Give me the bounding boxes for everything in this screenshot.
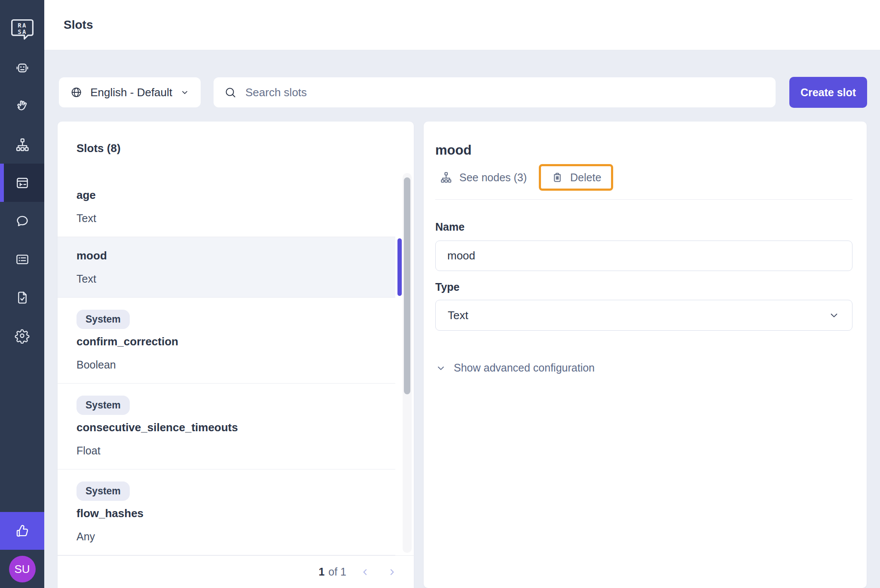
user-avatar[interactable]: SU — [9, 556, 36, 582]
globe-icon — [70, 85, 82, 99]
slot-type: Boolean — [76, 359, 395, 371]
delete-label: Delete — [570, 171, 601, 184]
sidebar-item-slots[interactable] — [0, 164, 44, 202]
gear-icon — [14, 328, 30, 344]
name-input[interactable] — [435, 241, 852, 271]
sidebar-item-settings[interactable] — [0, 317, 44, 355]
search-bar — [214, 77, 776, 107]
chevron-down-icon — [180, 87, 189, 97]
pagination-next-button[interactable] — [384, 564, 400, 580]
slot-name: age — [76, 189, 395, 202]
sidebar-item-review[interactable] — [0, 278, 44, 317]
sidebar-item-content[interactable] — [0, 240, 44, 278]
system-badge: System — [76, 310, 130, 329]
see-nodes-button[interactable]: See nodes (3) — [435, 165, 531, 189]
slot-item-consecutive-silence-timeouts[interactable]: System consecutive_silence_timeouts Floa… — [58, 384, 395, 469]
advanced-configuration-label: Show advanced configuration — [454, 362, 595, 374]
language-selector[interactable]: English - Default — [59, 77, 201, 107]
slot-name: flow_hashes — [76, 507, 395, 520]
system-badge: System — [76, 481, 130, 501]
slots-list-title: Slots (8) — [58, 122, 414, 177]
robot-icon — [15, 61, 30, 76]
create-slot-button[interactable]: Create slot — [789, 77, 867, 108]
pagination-total: of 1 — [328, 566, 346, 578]
slot-name: confirm_correction — [76, 335, 395, 348]
page-title: Slots — [44, 18, 93, 32]
sidebar-item-conversations[interactable] — [0, 202, 44, 240]
pagination-prev-button[interactable] — [358, 564, 373, 580]
trash-icon — [551, 171, 564, 184]
rasa-logo[interactable]: RA SA — [9, 16, 35, 43]
sidebar-nav — [0, 49, 44, 355]
pagination-current: 1 — [318, 566, 324, 578]
slot-item-flow-hashes[interactable]: System flow_hashes Any — [58, 469, 395, 555]
content-list-icon — [15, 252, 30, 267]
search-input[interactable] — [245, 86, 765, 99]
sidebar: RA SA — [0, 0, 44, 588]
pagination: 1 of 1 — [58, 555, 414, 588]
page-header: Slots — [44, 0, 880, 50]
feedback-button[interactable] — [0, 512, 44, 550]
slot-detail-title: mood — [435, 143, 852, 158]
name-label: Name — [435, 221, 852, 233]
divider — [435, 199, 852, 200]
scrollbar-thumb[interactable] — [404, 177, 410, 394]
logo-text-top: RA — [18, 22, 27, 29]
search-icon — [224, 86, 237, 99]
chat-bubble-icon — [15, 213, 30, 229]
sidebar-item-greet[interactable] — [0, 87, 44, 125]
slot-name: consecutive_silence_timeouts — [76, 421, 395, 434]
chevron-down-icon — [435, 363, 446, 374]
slot-name: mood — [76, 249, 395, 262]
rasa-logo-icon: RA SA — [9, 16, 35, 43]
slot-detail-panel: mood See nodes (3) Delete Name Type Text — [424, 122, 867, 588]
slot-item-age[interactable]: age Text — [58, 177, 395, 237]
delete-button[interactable]: Delete — [539, 164, 613, 191]
avatar-initials: SU — [14, 563, 30, 576]
slot-type: Text — [76, 212, 395, 225]
slot-type: Any — [76, 530, 395, 543]
sitemap-icon — [440, 171, 452, 184]
chevron-right-icon — [387, 567, 397, 577]
slot-type: Float — [76, 445, 395, 457]
slot-type: Text — [76, 273, 395, 285]
sidebar-item-flows[interactable] — [0, 125, 44, 164]
slots-list: age Text mood Text System confirm_correc… — [58, 177, 414, 555]
logo-text-bottom: SA — [18, 28, 27, 35]
sidebar-item-assistant[interactable] — [0, 49, 44, 87]
type-select[interactable]: Text — [435, 300, 852, 331]
slots-table-icon — [15, 175, 30, 191]
hand-wave-icon — [14, 98, 31, 115]
chevron-down-icon — [828, 309, 840, 321]
chevron-left-icon — [360, 567, 370, 577]
system-badge: System — [76, 396, 130, 415]
thumbs-up-icon — [14, 523, 31, 539]
slot-actions: See nodes (3) Delete — [435, 164, 852, 191]
document-check-icon — [15, 290, 30, 305]
type-select-value: Text — [448, 309, 468, 322]
slots-list-panel: Slots (8) age Text mood Text System conf… — [58, 122, 414, 588]
advanced-configuration-toggle[interactable]: Show advanced configuration — [435, 362, 595, 374]
slot-item-confirm-correction[interactable]: System confirm_correction Boolean — [58, 298, 395, 384]
language-selector-value: English - Default — [90, 86, 172, 99]
sitemap-icon — [15, 137, 30, 152]
see-nodes-label: See nodes (3) — [459, 171, 527, 184]
slot-item-mood[interactable]: mood Text — [58, 237, 395, 298]
type-label: Type — [435, 281, 852, 293]
